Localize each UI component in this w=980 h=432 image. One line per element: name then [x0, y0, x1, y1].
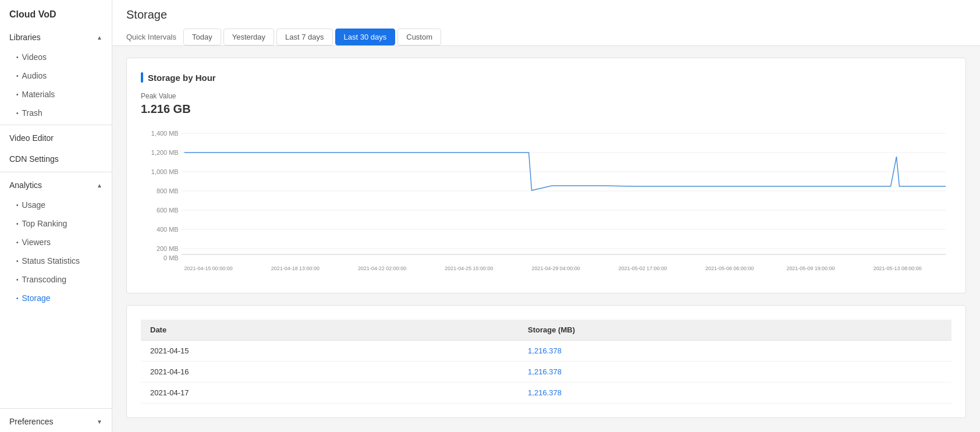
tab-last7[interactable]: Last 7 days	[276, 29, 333, 45]
sidebar-item-transcoding[interactable]: Transcoding	[0, 270, 112, 289]
table-cell-storage: 1,216.378	[519, 383, 951, 403]
divider-2	[0, 172, 112, 172]
app-title: Cloud VoD	[0, 0, 112, 27]
sidebar-item-status-statistics[interactable]: Status Statistics	[0, 252, 112, 270]
sidebar-item-videos[interactable]: Videos	[0, 48, 112, 66]
sidebar-item-trash-label: Trash	[22, 108, 42, 118]
table-cell-date: 2021-04-16	[141, 362, 519, 383]
sidebar-item-storage[interactable]: Storage	[0, 289, 112, 307]
sidebar-item-top-ranking[interactable]: Top Ranking	[0, 214, 112, 233]
table-cell-date: 2021-04-17	[141, 383, 519, 403]
chart-svg: 1,400 MB 1,200 MB 1,000 MB 800 MB 600 MB…	[141, 128, 951, 279]
sidebar-item-viewers[interactable]: Viewers	[0, 233, 112, 252]
sidebar-item-storage-label: Storage	[22, 293, 51, 303]
svg-text:2021-04-25 15:00:00: 2021-04-25 15:00:00	[445, 265, 493, 271]
storage-table: Date Storage (MB) 2021-04-15 1,216.378 2…	[141, 320, 951, 403]
table-cell-storage: 1,216.378	[519, 362, 951, 383]
table-cell-storage: 1,216.378	[519, 341, 951, 362]
sidebar-video-editor[interactable]: Video Editor	[0, 128, 112, 148]
preferences-chevron: ▼	[97, 419, 102, 425]
sidebar-item-top-ranking-label: Top Ranking	[22, 219, 68, 228]
peak-label: Peak Value	[141, 92, 951, 100]
data-table-card: Date Storage (MB) 2021-04-15 1,216.378 2…	[126, 305, 966, 418]
chart-title-text: Storage by Hour	[148, 73, 216, 83]
svg-text:1,400 MB: 1,400 MB	[151, 130, 179, 137]
col-date: Date	[141, 320, 519, 341]
libraries-chevron: ▲	[97, 34, 102, 41]
sidebar-item-audios-label: Audios	[22, 71, 47, 80]
svg-text:2021-04-18 13:00:00: 2021-04-18 13:00:00	[271, 265, 319, 271]
tab-yesterday[interactable]: Yesterday	[223, 29, 274, 45]
tab-today[interactable]: Today	[183, 29, 221, 45]
analytics-label: Analytics	[9, 180, 42, 190]
sidebar-item-materials-label: Materials	[22, 90, 55, 99]
main-scrollable: Storage by Hour Peak Value 1.216 GB	[112, 46, 980, 432]
svg-text:600 MB: 600 MB	[157, 207, 179, 214]
sidebar-item-usage[interactable]: Usage	[0, 196, 112, 214]
sidebar-item-videos-label: Videos	[22, 52, 47, 62]
svg-text:2021-05-09 19:00:00: 2021-05-09 19:00:00	[786, 265, 835, 271]
table-row: 2021-04-15 1,216.378	[141, 341, 951, 362]
svg-text:1,200 MB: 1,200 MB	[151, 149, 179, 156]
sidebar-item-status-statistics-label: Status Statistics	[22, 256, 80, 265]
divider-3	[0, 408, 112, 409]
preferences-section[interactable]: Preferences ▼	[0, 411, 112, 432]
col-storage: Storage (MB)	[519, 320, 951, 341]
sidebar-item-audios[interactable]: Audios	[0, 66, 112, 85]
sidebar-cdn-settings[interactable]: CDN Settings	[0, 148, 112, 169]
chart-title-row: Storage by Hour	[141, 72, 951, 83]
tab-custom[interactable]: Custom	[397, 29, 441, 45]
quick-intervals-label: Quick Intervals	[126, 33, 176, 41]
chart-container: 1,400 MB 1,200 MB 1,000 MB 800 MB 600 MB…	[141, 128, 951, 279]
main-header: Storage Quick Intervals Today Yesterday …	[112, 0, 980, 46]
libraries-section[interactable]: Libraries ▲	[0, 27, 112, 48]
peak-value: 1.216 GB	[141, 102, 951, 116]
svg-text:2021-05-06 06:00:00: 2021-05-06 06:00:00	[705, 265, 754, 271]
svg-text:2021-05-13 08:00:00: 2021-05-13 08:00:00	[874, 265, 922, 271]
sidebar-item-transcoding-label: Transcoding	[22, 275, 67, 284]
svg-text:400 MB: 400 MB	[157, 226, 179, 233]
sidebar-item-viewers-label: Viewers	[22, 238, 51, 247]
sidebar-item-usage-label: Usage	[22, 200, 45, 210]
divider-1	[0, 125, 112, 125]
svg-text:2021-05-02 17:00:00: 2021-05-02 17:00:00	[619, 265, 667, 271]
preferences-label: Preferences	[9, 417, 53, 426]
svg-text:2021-04-29 04:00:00: 2021-04-29 04:00:00	[532, 265, 580, 271]
page-title: Storage	[126, 8, 966, 22]
main-content-area: Storage Quick Intervals Today Yesterday …	[112, 0, 980, 432]
table-row: 2021-04-16 1,216.378	[141, 362, 951, 383]
svg-text:1,000 MB: 1,000 MB	[151, 168, 179, 175]
analytics-section[interactable]: Analytics ▲	[0, 175, 112, 196]
sidebar-item-trash[interactable]: Trash	[0, 104, 112, 122]
svg-text:2021-04-22 02:00:00: 2021-04-22 02:00:00	[358, 265, 406, 271]
analytics-chevron: ▲	[97, 182, 102, 189]
svg-text:800 MB: 800 MB	[157, 187, 179, 194]
tab-last30[interactable]: Last 30 days	[335, 29, 396, 45]
libraries-label: Libraries	[9, 33, 41, 42]
sidebar-item-materials[interactable]: Materials	[0, 85, 112, 104]
tabs-bar: Quick Intervals Today Yesterday Last 7 d…	[126, 29, 966, 45]
table-row: 2021-04-17 1,216.378	[141, 383, 951, 403]
svg-text:0 MB: 0 MB	[164, 254, 179, 261]
svg-text:2021-04-15 00:00:00: 2021-04-15 00:00:00	[184, 265, 233, 271]
chart-card: Storage by Hour Peak Value 1.216 GB	[126, 58, 966, 293]
svg-text:200 MB: 200 MB	[157, 245, 179, 252]
chart-title-bar-icon	[141, 72, 143, 83]
table-cell-date: 2021-04-15	[141, 341, 519, 362]
sidebar: Cloud VoD Libraries ▲ Videos Audios Mate…	[0, 0, 112, 432]
sidebar-bottom: Preferences ▼	[0, 406, 112, 432]
table-header-row: Date Storage (MB)	[141, 320, 951, 341]
